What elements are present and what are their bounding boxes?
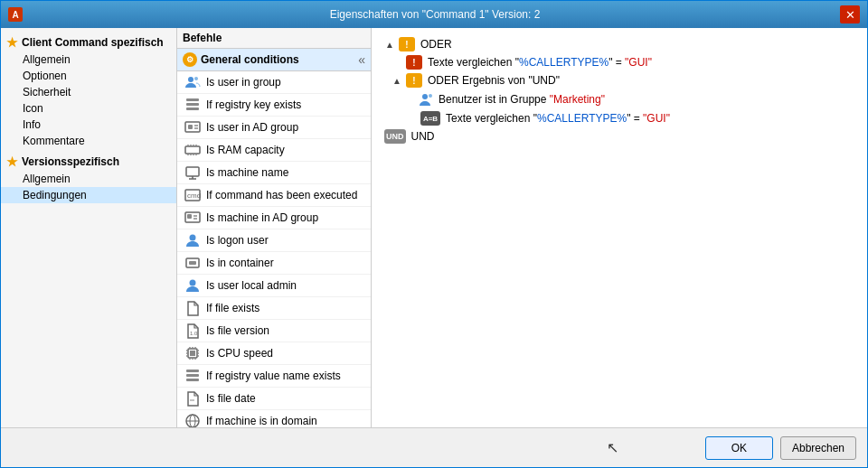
condition-label: Is machine name xyxy=(206,166,288,179)
svg-rect-4 xyxy=(186,108,199,110)
left-item-bedingungen[interactable]: Bedingungen xyxy=(1,187,176,203)
gc-icon: ⚙ xyxy=(183,52,197,67)
condition-label: Is CPU speed xyxy=(206,347,273,360)
condition-label: Is RAM capacity xyxy=(206,144,285,156)
svg-rect-48 xyxy=(186,379,199,381)
condition-is-in-container[interactable]: Is in container xyxy=(177,252,371,275)
svg-rect-46 xyxy=(186,370,199,372)
machine-ad-icon xyxy=(184,210,201,226)
cancel-button[interactable]: Abbrechen xyxy=(780,436,856,460)
svg-point-56 xyxy=(429,94,432,98)
condition-is-user-in-group[interactable]: Is user in group xyxy=(177,71,371,94)
container-icon xyxy=(184,255,201,271)
condition-is-file-date[interactable]: Is file date xyxy=(177,388,371,410)
main-content: ★ Client Command spezifisch Allgemein Op… xyxy=(1,28,867,427)
cpu-icon xyxy=(184,345,201,361)
star-icon-2: ★ xyxy=(6,154,18,169)
und-label: UND xyxy=(411,130,435,143)
tree-container: ▲ ! ODER ! Texte vergleichen "%CALLERTYP… xyxy=(375,32,863,424)
svg-point-1 xyxy=(194,77,198,80)
condition-label: Is in container xyxy=(206,257,274,269)
condition-label: If registry key exists xyxy=(206,98,301,111)
user-icon xyxy=(419,91,435,108)
ram-icon xyxy=(184,142,201,158)
tree-oder2[interactable]: ▲ ! ODER Ergebnis von "UND" xyxy=(375,71,863,89)
condition-label: If registry value name exists xyxy=(206,370,341,382)
condition-if-registry-value-name-exists[interactable]: If registry value name exists xyxy=(177,365,371,388)
machine-name-icon xyxy=(184,164,201,181)
svg-point-0 xyxy=(188,77,193,82)
registry-icon xyxy=(184,97,201,113)
tree-benutzer[interactable]: Benutzer ist in Gruppe "Marketing" xyxy=(375,89,863,109)
condition-is-machine-name[interactable]: Is machine name xyxy=(177,162,371,184)
star-icon-1: ★ xyxy=(6,35,18,50)
condition-if-file-exists[interactable]: If file exists xyxy=(177,297,371,320)
gc-label: General conditions xyxy=(201,53,299,66)
general-conditions-header[interactable]: ⚙ General conditions « xyxy=(177,49,371,71)
svg-rect-33 xyxy=(190,351,195,356)
app-icon: A xyxy=(8,7,23,22)
svg-point-27 xyxy=(190,235,196,241)
tree-und1[interactable]: UND UND xyxy=(375,127,863,145)
texte2-badge: A=B xyxy=(420,111,440,126)
tree-oder1[interactable]: ▲ ! ODER xyxy=(375,35,863,53)
ok-button[interactable]: OK xyxy=(705,436,773,460)
left-item-optionen[interactable]: Optionen xyxy=(1,68,176,84)
condition-if-command-executed[interactable]: cmd If command has been executed xyxy=(177,184,371,207)
condition-if-machine-is-in-domain[interactable]: If machine is in domain xyxy=(177,410,371,427)
condition-is-machine-ad-group[interactable]: Is machine in AD group xyxy=(177,207,371,229)
svg-text:cmd: cmd xyxy=(187,192,201,200)
title-bar: A Eigenschaften von "Command 1" Version:… xyxy=(1,1,867,28)
condition-label: If file exists xyxy=(206,302,259,314)
close-button[interactable]: ✕ xyxy=(840,5,860,23)
left-section-2-header: ★ Versionsspezifisch xyxy=(1,153,176,171)
gc-header-left: ⚙ General conditions xyxy=(183,52,299,67)
benutzer-label: Benutzer ist in Gruppe "Marketing" xyxy=(439,93,605,106)
condition-is-user-in-ad-group[interactable]: Is user in AD group xyxy=(177,117,371,139)
left-item-kommentare[interactable]: Kommentare xyxy=(1,133,176,149)
svg-rect-18 xyxy=(186,167,199,176)
tree-texte2[interactable]: A=B Texte vergleichen "%CALLERTYPE%" = "… xyxy=(375,109,863,127)
section1-label: Client Command spezifisch xyxy=(22,36,164,49)
domain-icon xyxy=(184,413,201,427)
command-icon: cmd xyxy=(184,187,201,203)
svg-rect-6 xyxy=(188,125,193,129)
left-item-info[interactable]: Info xyxy=(1,117,176,133)
oder2-label: ODER Ergebnis von "UND" xyxy=(428,74,560,87)
condition-is-file-version[interactable]: 1.0 Is file version xyxy=(177,320,371,342)
svg-rect-2 xyxy=(186,98,199,101)
svg-text:1.0: 1.0 xyxy=(190,331,198,336)
middle-header: Befehle xyxy=(177,28,371,49)
svg-rect-47 xyxy=(186,374,199,377)
condition-label: Is machine in AD group xyxy=(206,211,318,224)
toggle-icon-1: ▲ xyxy=(382,40,397,50)
left-section-1-header: ★ Client Command spezifisch xyxy=(1,33,176,51)
condition-label: Is user in group xyxy=(206,76,281,89)
logon-user-icon xyxy=(184,232,201,248)
condition-label: Is logon user xyxy=(206,234,269,247)
tree-texte1[interactable]: ! Texte vergleichen "%CALLERTYPE%" = "GU… xyxy=(375,53,863,71)
condition-is-logon-user[interactable]: Is logon user xyxy=(177,229,371,252)
ad-user-icon xyxy=(184,119,201,136)
left-item-sicherheit[interactable]: Sicherheit xyxy=(1,84,176,100)
condition-is-cpu-speed[interactable]: Is CPU speed xyxy=(177,342,371,365)
condition-label: Is file version xyxy=(206,324,269,337)
file-date-icon xyxy=(184,390,201,407)
mouse-cursor: ↖ xyxy=(607,439,618,456)
left-item-allgemein1[interactable]: Allgemein xyxy=(1,51,176,68)
condition-is-user-local-admin[interactable]: Is user local admin xyxy=(177,275,371,297)
oder1-badge: ! xyxy=(399,37,415,51)
condition-is-ram-capacity[interactable]: Is RAM capacity xyxy=(177,139,371,162)
oder1-label: ODER xyxy=(420,38,452,51)
bottom-bar: ↖ OK Abbrechen xyxy=(1,427,867,467)
svg-point-55 xyxy=(422,94,428,99)
right-panel: ▲ ! ODER ! Texte vergleichen "%CALLERTYP… xyxy=(372,28,867,427)
svg-rect-3 xyxy=(186,103,199,106)
condition-label: Is file date xyxy=(206,392,256,405)
main-window: A Eigenschaften von "Command 1" Version:… xyxy=(0,0,868,468)
condition-if-registry-key-exists[interactable]: If registry key exists xyxy=(177,94,371,117)
condition-label: If machine is in domain xyxy=(206,415,317,427)
left-item-allgemein2[interactable]: Allgemein xyxy=(1,171,176,187)
left-item-icon[interactable]: Icon xyxy=(1,100,176,117)
texte1-label: Texte vergleichen "%CALLERTYPE%" = "GUI" xyxy=(428,56,652,69)
